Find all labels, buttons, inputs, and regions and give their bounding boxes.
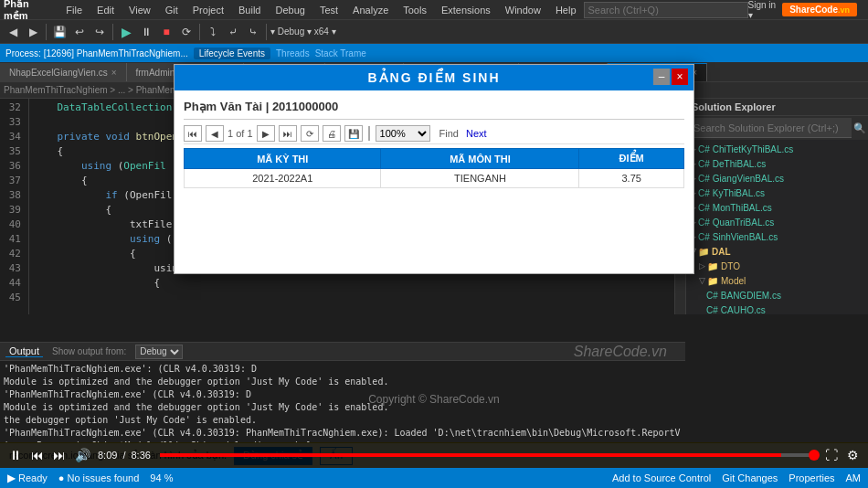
line-numbers: 32 33 34 35 36 37 38 39 40 41 42 43 44 4… xyxy=(0,99,29,314)
se-item-quantribal[interactable]: ▷C#QuanTriBAL.cs xyxy=(686,215,868,229)
modal-first-page-btn[interactable]: ⏮ xyxy=(184,125,202,142)
process-bar: Process: [12696] PhanMemThiTracNghiem...… xyxy=(0,44,868,62)
se-item-sinhvienbal[interactable]: ▷C#SinhVienBAL.cs xyxy=(686,229,868,244)
modal-prev-page-btn[interactable]: ◀ xyxy=(206,125,224,142)
vc-play-btn[interactable]: ⏸ xyxy=(7,448,24,462)
app-name: Phần mềm xyxy=(4,0,53,22)
tab-nhapexcel-close[interactable]: × xyxy=(111,68,117,78)
se-item-chitiet[interactable]: ▷C#ChiTietKyThiBAL.cs xyxy=(686,142,868,156)
toolbar-btn-stepover[interactable]: ⤵ xyxy=(204,23,222,41)
toolbar-btn-restart[interactable]: ⟳ xyxy=(177,23,196,41)
toolbar-btn-start[interactable]: ▶ xyxy=(117,23,135,41)
se-item-label: DeThiBAL.cs xyxy=(713,159,766,169)
modal-last-page-btn[interactable]: ⏭ xyxy=(279,125,297,142)
status-ready-label: Ready xyxy=(18,472,48,483)
code-line-44: { xyxy=(33,276,671,291)
se-item-model[interactable]: ▽📁Model xyxy=(686,273,868,288)
output-tab[interactable]: Output xyxy=(5,345,43,357)
vc-volume-btn[interactable]: 🔊 xyxy=(73,448,92,462)
vc-next-btn[interactable]: ⏭ xyxy=(51,448,68,462)
video-progress-bar[interactable] xyxy=(160,453,814,457)
modal-export-btn[interactable]: 💾 xyxy=(344,125,363,142)
menu-file[interactable]: File xyxy=(58,3,90,17)
menu-tools[interactable]: Tools xyxy=(396,3,434,17)
modal-next-btn[interactable]: Next xyxy=(466,128,487,139)
menu-analyze[interactable]: Analyze xyxy=(345,3,396,17)
se-item-label: SinhVienBAL.cs xyxy=(713,232,778,242)
lifecycle-events-btn[interactable]: Lifecycle Events xyxy=(194,48,270,59)
modal-print-btn[interactable]: 🖨 xyxy=(323,125,341,142)
output-header: Output Show output from: Debug xyxy=(0,343,685,361)
se-item-bangdiem[interactable]: C#BANGDIEM.cs xyxy=(686,288,868,302)
menu-extensions[interactable]: Extensions xyxy=(434,3,498,17)
toolbar-btn-redo[interactable]: ↪ xyxy=(90,23,109,41)
se-item-dethibal[interactable]: ▷C#DeThiBAL.cs xyxy=(686,156,868,171)
status-bar: ▶ Ready ● No issues found 94 % Add to So… xyxy=(0,468,868,488)
modal-next-page-btn[interactable]: ▶ xyxy=(257,125,275,142)
status-zoom: 94 % xyxy=(150,472,173,483)
se-item-label: BANGDIEM.cs xyxy=(721,291,781,301)
no-issues-label: No issues found xyxy=(67,472,139,483)
menu-test[interactable]: Test xyxy=(312,3,345,17)
menu-git[interactable]: Git xyxy=(158,3,185,17)
menu-project[interactable]: Project xyxy=(185,3,231,17)
line-num: 42 xyxy=(4,247,21,261)
vc-settings-btn[interactable]: ⚙ xyxy=(845,448,861,462)
vc-prev-btn[interactable]: ⏮ xyxy=(29,448,46,462)
menu-window[interactable]: Window xyxy=(498,3,548,17)
se-search-icon[interactable]: 🔍 xyxy=(853,122,866,134)
toolbar-btn-back[interactable]: ◀ xyxy=(4,23,22,41)
status-no-issues: ● No issues found xyxy=(58,472,140,483)
menu-edit[interactable]: Edit xyxy=(90,3,122,17)
line-num: 34 xyxy=(4,130,21,144)
toolbar-btn-undo[interactable]: ↩ xyxy=(70,23,89,41)
status-right: Add to Source Control Git Changes Proper… xyxy=(612,472,861,483)
toolbar-separator-4 xyxy=(266,24,267,40)
menu-view[interactable]: View xyxy=(122,3,158,17)
line-num: 38 xyxy=(4,188,21,203)
modal-minimize-btn[interactable]: – xyxy=(653,69,670,85)
se-item-dal[interactable]: ▽📁DAL xyxy=(686,244,868,259)
menu-build[interactable]: Build xyxy=(231,3,268,17)
se-item-kythibal[interactable]: ▷C#KyThiBAL.cs xyxy=(686,186,868,200)
se-search-input[interactable] xyxy=(688,118,852,138)
cs-icon: C# xyxy=(698,232,710,242)
se-item-cauho[interactable]: C#CAUHO.cs xyxy=(686,302,868,314)
toolbar-btn-stepinto[interactable]: ⤶ xyxy=(224,23,242,41)
modal-body: Phạm Văn Tài | 2011000000 ⏮ ◀ 1 of 1 ▶ ⏭… xyxy=(175,90,693,273)
status-git-changes[interactable]: Git Changes xyxy=(722,472,778,483)
output-source-select[interactable]: Debug xyxy=(135,345,183,359)
process-label: Process: [12696] PhanMemThiTracNghiem... xyxy=(5,48,188,58)
global-search-input[interactable] xyxy=(584,2,748,18)
toolbar-btn-stop[interactable]: ■ xyxy=(157,23,175,41)
folder-icon: 📁 xyxy=(698,247,709,257)
modal-refresh-btn[interactable]: ⟳ xyxy=(301,125,319,142)
threads-btn[interactable]: Threads xyxy=(276,48,310,58)
vc-total-time: 8:36 xyxy=(131,450,150,461)
toolbar-btn-pause[interactable]: ⏸ xyxy=(137,23,155,41)
menu-debug[interactable]: Debug xyxy=(269,3,312,17)
se-item-dto[interactable]: ▷📁DTO xyxy=(686,259,868,273)
status-add-source[interactable]: Add to Source Control xyxy=(612,472,711,483)
vc-current-time: 8:09 xyxy=(98,450,117,461)
modal-title-bar: BẢNG ĐIỂM SINH – × xyxy=(175,65,693,90)
line-num: 36 xyxy=(4,159,21,174)
modal-close-btn[interactable]: × xyxy=(672,69,688,85)
toolbar-btn-save[interactable]: 💾 xyxy=(50,23,69,41)
toolbar-btn-stepout[interactable]: ⤷ xyxy=(244,23,262,41)
se-item-label: QuanTriBAL.cs xyxy=(713,217,774,228)
se-item-label: Model xyxy=(721,276,746,286)
toolbar-separator-2 xyxy=(112,24,113,40)
se-item-giangvienbal[interactable]: ▷C#GiangVienBAL.cs xyxy=(686,171,868,186)
menu-help[interactable]: Help xyxy=(548,3,584,17)
se-tree: ▷C#ChiTietKyThiBAL.cs ▷C#DeThiBAL.cs ▷C#… xyxy=(686,140,868,314)
table-cell-makythi: 2021-2022A1 xyxy=(185,169,381,188)
toolbar-btn-forward[interactable]: ▶ xyxy=(24,23,42,41)
modal-zoom-select[interactable]: 100% xyxy=(376,125,430,142)
output-line-1: Module is optimized and the debugger opt… xyxy=(4,376,682,388)
status-properties[interactable]: Properties xyxy=(789,472,834,483)
tab-nhapexcel[interactable]: NhapExcelGiangVien.cs × xyxy=(0,63,127,81)
vc-fullscreen-btn[interactable]: ⛶ xyxy=(823,448,840,462)
stack-frame-btn[interactable]: Stack Trame xyxy=(315,48,366,58)
se-item-monthibal[interactable]: ▷C#MonThiBAL.cs xyxy=(686,200,868,215)
